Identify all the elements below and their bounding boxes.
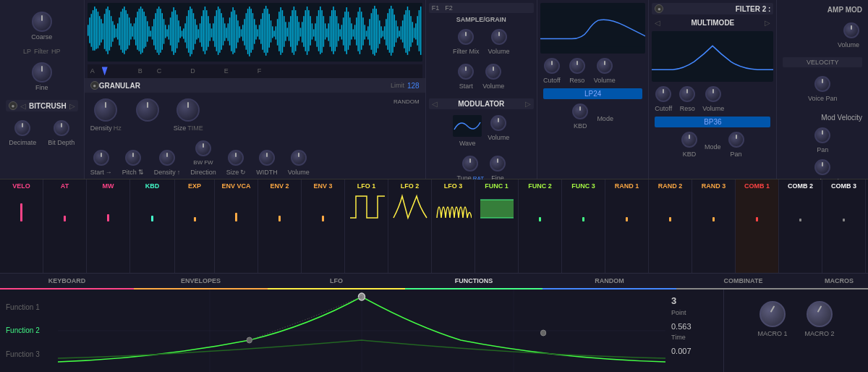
mod-cell-exp[interactable]: EXP [175, 179, 215, 273]
svg-rect-109 [265, 6, 267, 56]
val-value: 0.007 [671, 347, 718, 355]
mod-cell-func2[interactable]: FUNC 2 [519, 179, 562, 273]
bitcrush-next[interactable]: ▷ [69, 102, 75, 110]
mod-cell-func3[interactable]: FUNC 3 [562, 179, 605, 273]
mod-cell-lfo2[interactable]: LFO 2 [388, 179, 432, 273]
f2-power[interactable]: ● [655, 4, 663, 13]
mod-cell-mw[interactable]: MW [87, 179, 130, 273]
gran-volume-knob[interactable] [291, 150, 307, 166]
svg-rect-171 [367, 26, 369, 39]
width-knob[interactable] [259, 150, 275, 166]
timeline-bar: A B C D E F [88, 64, 422, 78]
mod-cell-lfo3[interactable]: LFO 3 [432, 179, 475, 273]
cat-keyboard[interactable]: KEYBOARD [0, 274, 134, 289]
svg-rect-146 [326, 28, 328, 37]
svg-rect-140 [316, 16, 318, 47]
filter-label: Filter [34, 48, 48, 55]
size-knob[interactable] [176, 98, 200, 122]
direction-knob[interactable] [195, 140, 211, 156]
mod-cell-func1[interactable]: FUNC 1 [475, 179, 519, 273]
cat-combinate[interactable]: COMBINATE [676, 274, 810, 289]
mod-cell-comb3[interactable]: COMB 3 [822, 179, 866, 273]
mod-vel-title: Mod Velocity [783, 114, 862, 122]
function2-label[interactable]: Function 2 [6, 326, 52, 334]
sg-start-knob[interactable] [458, 64, 474, 80]
macro2-knob[interactable] [807, 301, 833, 327]
bitcrush-prev[interactable]: ◁ [20, 102, 26, 110]
pitch-knob[interactable] [125, 150, 141, 166]
amp-pan-knob[interactable] [814, 127, 830, 143]
bitdepth-knob[interactable] [54, 120, 69, 136]
mod-cell-at[interactable]: AT [43, 179, 87, 273]
f1-cutoff-knob[interactable] [544, 58, 560, 74]
function-canvas[interactable] [58, 289, 665, 372]
playhead[interactable] [102, 67, 108, 75]
svg-rect-21 [120, 12, 122, 50]
start-knob[interactable] [93, 150, 109, 166]
mod-cell-env-vca[interactable]: ENV VCA [215, 179, 258, 273]
decimate-knob[interactable] [14, 120, 30, 136]
sg-volume2-knob[interactable] [485, 64, 501, 80]
mod-cell-velo[interactable]: VELO [0, 179, 43, 273]
mod-cell-rand1[interactable]: RAND 1 [605, 179, 649, 273]
f2-kbd-knob[interactable] [681, 132, 697, 148]
modulator-controls: Wave Volume [429, 112, 534, 150]
mod-prev[interactable]: ◁ [432, 100, 438, 108]
cat-envelopes[interactable]: ENVELOPES [134, 274, 268, 289]
f2-mode-badge[interactable]: BP36 [655, 117, 770, 127]
voice-pan-knob[interactable] [814, 76, 830, 92]
coarse-knob[interactable] [32, 12, 52, 32]
density-knob[interactable] [94, 98, 117, 122]
size2-knob[interactable] [228, 150, 244, 166]
mod-cell-comb1[interactable]: COMB 1 [736, 179, 779, 273]
cat-random[interactable]: RANDOM [542, 274, 676, 289]
cat-lfo[interactable]: LFO [268, 274, 405, 289]
cat-macros[interactable]: MACROS [810, 274, 868, 289]
mod-cell-env2[interactable]: ENV 2 [258, 179, 302, 273]
sg-volume-knob[interactable] [491, 29, 507, 45]
cat-functions[interactable]: FUNCTIONS [405, 274, 542, 289]
mod-cell-kbd[interactable]: KBD [130, 179, 175, 273]
mod-next[interactable]: ▷ [525, 100, 531, 108]
fine-knob[interactable] [32, 62, 52, 83]
waveform-area[interactable] [88, 3, 422, 62]
svg-rect-193 [404, 14, 405, 48]
svg-rect-88 [231, 12, 232, 51]
f2-cutoff-knob[interactable] [655, 86, 671, 102]
filter1-controls: Cutoff Reso Volume [540, 56, 645, 85]
mod-fine-knob[interactable] [490, 156, 506, 172]
svg-rect-11 [103, 14, 105, 49]
mod-cell-rand2[interactable]: RAND 2 [649, 179, 692, 273]
f1-mode-badge[interactable]: LP24 [543, 88, 642, 99]
function1-label[interactable]: Function 1 [6, 303, 52, 311]
send-level-knob[interactable] [814, 159, 830, 175]
mod-cell-rand3[interactable]: RAND 3 [692, 179, 736, 273]
f1-reso-knob[interactable] [569, 58, 585, 74]
amp-volume-knob[interactable] [843, 22, 859, 38]
svg-rect-93 [239, 26, 240, 38]
granular-power[interactable]: ● [90, 81, 99, 90]
density2-knob[interactable] [159, 150, 175, 166]
grain-shape-knob[interactable] [136, 98, 159, 122]
svg-rect-197 [410, 16, 412, 47]
f2-next[interactable]: ▷ [765, 19, 770, 27]
svg-rect-202 [418, 10, 420, 51]
f2-volume-knob[interactable] [705, 86, 721, 102]
f1-volume-knob[interactable] [597, 58, 613, 74]
svg-rect-25 [127, 14, 128, 49]
mod-cell-comb2[interactable]: COMB 2 [779, 179, 822, 273]
mod-tune-knob[interactable] [462, 156, 478, 172]
f2-pan-knob[interactable] [728, 132, 744, 148]
bitcrush-power[interactable]: ● [9, 101, 17, 110]
mod-cell-env3[interactable]: ENV 3 [302, 179, 345, 273]
filter-mix-knob[interactable] [458, 29, 474, 45]
mod-cell-lfo1[interactable]: LFO 1 [345, 179, 388, 273]
macro1-knob[interactable] [760, 301, 786, 327]
mod-volume-knob[interactable] [490, 115, 506, 131]
time-label: Time [671, 334, 718, 341]
f1-kbd-knob[interactable] [572, 103, 588, 119]
f2-reso-knob[interactable] [679, 86, 695, 102]
f2-prev[interactable]: ◁ [655, 19, 660, 27]
function3-label[interactable]: Function 3 [6, 350, 52, 358]
svg-rect-158 [346, 7, 347, 54]
